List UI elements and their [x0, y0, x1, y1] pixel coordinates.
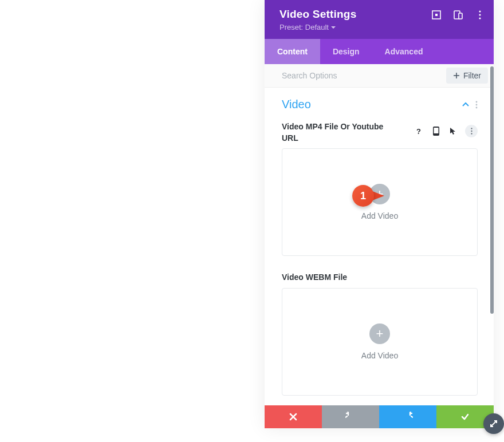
svg-point-16: [471, 133, 472, 134]
mobile-preview-icon[interactable]: [431, 126, 441, 136]
add-video-mp4-dropzone[interactable]: + Add Video 1: [282, 148, 478, 256]
svg-line-17: [491, 421, 497, 427]
add-video-webm-dropzone[interactable]: + Add Video: [282, 288, 478, 396]
svg-rect-3: [459, 13, 462, 19]
discard-button[interactable]: [265, 405, 322, 428]
field-row-mp4: Video MP4 File Or Youtube URL ?: [282, 121, 478, 144]
add-video-label: Add Video: [361, 211, 398, 220]
section-title: Video: [282, 98, 311, 111]
panel-header: Video Settings Preset: Default: [265, 0, 494, 39]
svg-point-14: [471, 128, 472, 129]
preset-label: Preset: Default: [279, 23, 329, 31]
search-row: Filter: [265, 64, 494, 88]
svg-point-10: [476, 104, 478, 105]
panel-body[interactable]: Video Video MP4 File Or Yo: [265, 88, 494, 405]
search-input[interactable]: [265, 64, 446, 87]
field-more-icon[interactable]: [465, 125, 478, 137]
header-actions: [431, 9, 486, 21]
focus-mode-icon[interactable]: [431, 9, 442, 21]
scrollbar-thumb[interactable]: [490, 66, 494, 314]
action-bar: [265, 405, 494, 428]
expand-panel-button[interactable]: [483, 413, 504, 434]
responsive-view-icon[interactable]: [452, 9, 464, 21]
svg-point-11: [476, 106, 478, 108]
svg-point-5: [479, 14, 481, 15]
add-video-label: Add Video: [361, 351, 398, 360]
svg-rect-1: [435, 14, 438, 16]
plus-icon: [453, 72, 460, 79]
collapse-icon[interactable]: [462, 101, 470, 109]
field-helper-icons: ?: [414, 121, 478, 137]
tab-content[interactable]: Content: [265, 39, 320, 64]
help-icon[interactable]: ?: [414, 126, 424, 136]
svg-point-6: [479, 17, 481, 19]
field-label-webm: Video WEBM File: [282, 272, 391, 283]
filter-button[interactable]: Filter: [446, 68, 488, 84]
undo-icon: [345, 412, 356, 422]
caret-down-icon: [331, 26, 336, 29]
svg-rect-13: [434, 128, 438, 133]
filter-label: Filter: [463, 71, 481, 80]
section-header: Video: [282, 98, 478, 111]
field-label-mp4: Video MP4 File Or Youtube URL: [282, 121, 391, 144]
svg-point-9: [476, 101, 478, 102]
settings-panel: Video Settings Preset: Default: [265, 0, 494, 428]
tab-design[interactable]: Design: [320, 39, 372, 64]
redo-button[interactable]: [379, 405, 436, 428]
expand-icon: [489, 419, 498, 428]
tab-bar: Content Design Advanced: [265, 39, 494, 64]
section-video: Video Video MP4 File Or Yo: [265, 88, 494, 405]
add-icon: +: [369, 323, 390, 344]
undo-button[interactable]: [322, 405, 379, 428]
section-more-icon[interactable]: [475, 101, 478, 109]
section-header-actions: [462, 101, 478, 109]
preset-dropdown[interactable]: Preset: Default: [279, 23, 336, 31]
check-icon: [460, 412, 470, 421]
add-icon: +: [369, 184, 390, 204]
hover-preview-icon[interactable]: [448, 126, 458, 136]
redo-icon: [403, 412, 413, 422]
more-options-icon[interactable]: [474, 9, 486, 21]
tab-advanced[interactable]: Advanced: [372, 39, 436, 64]
close-icon: [289, 412, 298, 421]
svg-point-15: [471, 131, 472, 132]
svg-point-4: [479, 10, 481, 12]
